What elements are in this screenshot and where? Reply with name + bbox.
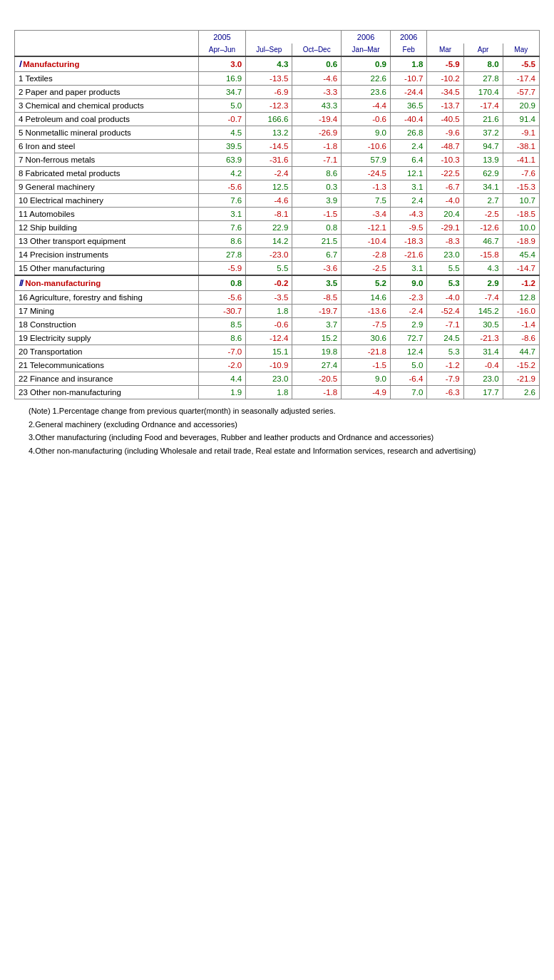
- cell-value: -2.3: [390, 291, 426, 305]
- col-aprjun: Apr–Jun: [198, 44, 246, 56]
- cell-value: 57.9: [342, 153, 391, 167]
- cell-value: -48.7: [427, 140, 463, 153]
- note-item: 3.Other manufacturing (including Food an…: [29, 432, 540, 444]
- cell-value: -1.3: [342, 180, 391, 194]
- table-row: 8 Fabricated metal products4.2-2.48.6-24…: [15, 167, 540, 180]
- cell-value: 23.0: [246, 372, 292, 386]
- col-label-header: [15, 31, 199, 57]
- cell-value: 2.9: [390, 318, 426, 332]
- cell-value: -52.4: [427, 305, 463, 318]
- cell-value: 12.5: [246, 180, 292, 194]
- cell-value: -5.9: [427, 56, 463, 72]
- cell-value: -38.1: [503, 140, 539, 153]
- cell-value: 63.9: [198, 153, 246, 167]
- table-row: 11 Automobiles3.1-8.1-1.5-3.4-4.320.4-2.…: [15, 208, 540, 221]
- table-row: 4 Petroleum and coal products-0.7166.6-1…: [15, 113, 540, 126]
- cell-value: -8.1: [246, 208, 292, 221]
- row-label: 17 Mining: [15, 305, 199, 318]
- cell-value: -2.4: [390, 305, 426, 318]
- cell-value: -24.5: [342, 167, 391, 180]
- cell-value: 24.5: [427, 332, 463, 345]
- cell-value: -5.5: [503, 56, 539, 72]
- cell-value: 3.1: [390, 180, 426, 194]
- cell-value: 9.0: [390, 275, 426, 291]
- cell-value: 34.7: [198, 86, 246, 99]
- cell-value: -4.3: [390, 208, 426, 221]
- cell-value: 3.5: [292, 275, 342, 291]
- cell-value: -15.3: [503, 180, 539, 194]
- cell-value: 30.5: [463, 318, 503, 332]
- cell-value: -10.7: [390, 72, 426, 86]
- col-janmar: Jan–Mar: [342, 44, 391, 56]
- cell-value: -13.6: [342, 305, 391, 318]
- cell-value: -17.4: [463, 99, 503, 113]
- cell-value: -0.7: [198, 113, 246, 126]
- cell-value: 5.3: [427, 275, 463, 291]
- table-row: 12 Ship building7.622.90.8-12.1-9.5-29.1…: [15, 221, 540, 235]
- cell-value: 0.6: [292, 56, 342, 72]
- cell-value: -9.1: [503, 126, 539, 140]
- table-row: 3 Chemical and chemical products5.0-12.3…: [15, 99, 540, 113]
- table-row: 17 Mining-30.71.8-19.7-13.6-2.4-52.4145.…: [15, 305, 540, 318]
- cell-value: -18.9: [503, 235, 539, 248]
- cell-value: -8.3: [427, 235, 463, 248]
- cell-value: 72.7: [390, 332, 426, 345]
- row-label: 1 Textiles: [15, 72, 199, 86]
- cell-value: -4.0: [427, 291, 463, 305]
- cell-value: -7.4: [463, 291, 503, 305]
- table-row: 22 Finance and insurance4.423.0-20.59.0-…: [15, 372, 540, 386]
- cell-value: -4.0: [427, 194, 463, 208]
- table-row: 13 Other transport equipment8.614.221.5-…: [15, 235, 540, 248]
- cell-value: 22.9: [246, 221, 292, 235]
- col-feb: Feb: [390, 44, 426, 56]
- cell-value: 7.5: [342, 194, 391, 208]
- col-may: May: [503, 44, 539, 56]
- cell-value: 2.4: [390, 140, 426, 153]
- note-item: 2.General machinery (excluding Ordnance …: [29, 419, 540, 431]
- row-label: 21 Telecommunications: [15, 359, 199, 372]
- cell-value: -3.4: [342, 208, 391, 221]
- cell-value: -5.9: [198, 262, 246, 276]
- cell-value: -20.5: [292, 372, 342, 386]
- cell-value: 2.9: [463, 275, 503, 291]
- cell-value: -26.9: [292, 126, 342, 140]
- col-mar: Mar: [427, 44, 463, 56]
- table-row: Ⅰ Manufacturing3.04.30.60.91.8-5.98.0-5.…: [15, 56, 540, 72]
- col-jul-header: [246, 31, 342, 44]
- cell-value: -5.6: [198, 180, 246, 194]
- cell-value: -7.1: [427, 318, 463, 332]
- cell-value: -0.2: [246, 275, 292, 291]
- cell-value: 0.3: [292, 180, 342, 194]
- row-label: 12 Ship building: [15, 221, 199, 235]
- cell-value: 21.6: [463, 113, 503, 126]
- cell-value: -1.4: [503, 318, 539, 332]
- cell-value: 6.7: [292, 248, 342, 262]
- cell-value: -21.9: [503, 372, 539, 386]
- cell-value: 27.4: [292, 359, 342, 372]
- cell-value: -29.1: [427, 221, 463, 235]
- cell-value: 4.5: [198, 126, 246, 140]
- table-row: 15 Other manufacturing-5.95.5-3.6-2.53.1…: [15, 262, 540, 276]
- cell-value: -30.7: [198, 305, 246, 318]
- row-label: 15 Other manufacturing: [15, 262, 199, 276]
- cell-value: 0.8: [292, 221, 342, 235]
- table-row: 6 Iron and steel39.5-14.5-1.8-10.62.4-48…: [15, 140, 540, 153]
- row-label: 23 Other non-manufacturing: [15, 386, 199, 399]
- cell-value: 91.4: [503, 113, 539, 126]
- cell-value: -6.7: [427, 180, 463, 194]
- cell-value: -4.6: [292, 72, 342, 86]
- cell-value: -2.0: [198, 359, 246, 372]
- cell-value: 26.8: [390, 126, 426, 140]
- row-label: 16 Agriculture, forestry and fishing: [15, 291, 199, 305]
- cell-value: 12.1: [390, 167, 426, 180]
- cell-value: 94.7: [463, 140, 503, 153]
- cell-value: 13.2: [246, 126, 292, 140]
- cell-value: 4.3: [463, 262, 503, 276]
- row-label: 5 Nonmetallic mineral products: [15, 126, 199, 140]
- cell-value: -57.7: [503, 86, 539, 99]
- cell-value: 4.3: [246, 56, 292, 72]
- cell-value: -8.5: [292, 291, 342, 305]
- cell-value: 16.9: [198, 72, 246, 86]
- table-row: 2 Paper and paper products34.7-6.9-3.323…: [15, 86, 540, 99]
- table-row: 14 Precision instruments27.8-23.06.7-2.8…: [15, 248, 540, 262]
